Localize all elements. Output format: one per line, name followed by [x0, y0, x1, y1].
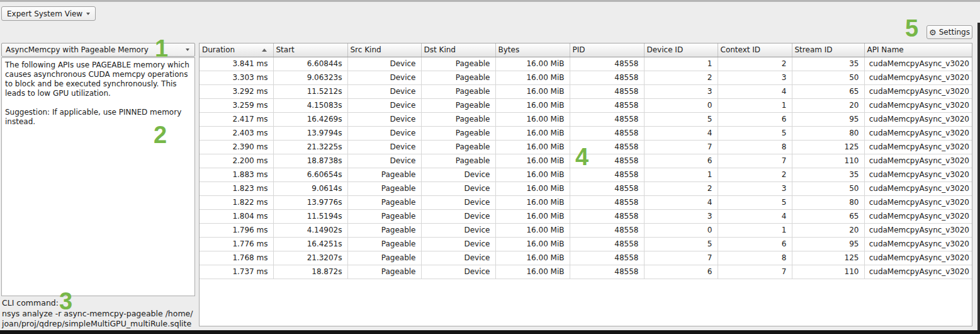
table-cell[interactable]: 6.60654s: [273, 168, 347, 181]
table-cell[interactable]: 2: [718, 168, 792, 181]
table-cell[interactable]: 16.00 MiB: [495, 126, 570, 140]
table-cell[interactable]: 16.00 MiB: [495, 154, 570, 168]
table-cell[interactable]: 48558: [570, 251, 644, 265]
table-cell[interactable]: 35: [792, 57, 864, 71]
column-header-dst-kind[interactable]: Dst Kind: [421, 43, 495, 57]
table-cell[interactable]: 2: [644, 71, 718, 84]
table-cell[interactable]: 9.06323s: [273, 71, 347, 84]
table-cell[interactable]: 8: [718, 251, 792, 265]
table-cell[interactable]: Device: [347, 84, 421, 98]
table-cell[interactable]: 16.00 MiB: [495, 237, 570, 251]
table-cell[interactable]: 2: [644, 181, 718, 195]
table-cell[interactable]: 1: [644, 57, 718, 71]
table-row[interactable]: 1.796 ms4.14902sPageableDevice16.00 MiB4…: [200, 223, 972, 237]
table-cell[interactable]: 4.14902s: [273, 223, 347, 237]
table-cell[interactable]: 13.9776s: [273, 195, 347, 209]
table-cell[interactable]: 11.5212s: [273, 84, 347, 98]
settings-button[interactable]: ⚙ Settings: [926, 25, 972, 39]
table-cell[interactable]: 6: [644, 154, 718, 168]
table-cell[interactable]: 2.417 ms: [200, 112, 273, 126]
table-cell[interactable]: 1.822 ms: [200, 195, 273, 209]
table-cell[interactable]: 6.60844s: [273, 57, 347, 71]
table-cell[interactable]: 3.292 ms: [200, 84, 273, 98]
table-cell[interactable]: 11.5194s: [273, 209, 347, 223]
table-cell[interactable]: 2.200 ms: [200, 154, 273, 168]
table-cell[interactable]: 1.776 ms: [200, 237, 273, 251]
table-cell[interactable]: 5: [718, 126, 792, 140]
table-cell[interactable]: cudaMemcpyAsync_v3020: [864, 112, 972, 126]
table-row[interactable]: 2.417 ms16.4269sDevicePageable16.00 MiB4…: [200, 112, 972, 126]
table-cell[interactable]: Pageable: [347, 251, 421, 265]
table-cell[interactable]: 4: [644, 195, 718, 209]
table-cell[interactable]: 16.00 MiB: [495, 112, 570, 126]
table-cell[interactable]: 16.00 MiB: [495, 265, 570, 279]
table-cell[interactable]: 95: [792, 112, 864, 126]
table-cell[interactable]: cudaMemcpyAsync_v3020: [864, 98, 972, 112]
table-cell[interactable]: 2.403 ms: [200, 126, 273, 140]
table-cell[interactable]: 3: [718, 181, 792, 195]
table-cell[interactable]: Device: [421, 195, 495, 209]
table-cell[interactable]: cudaMemcpyAsync_v3020: [864, 251, 972, 265]
table-cell[interactable]: 80: [792, 126, 864, 140]
table-cell[interactable]: 110: [792, 154, 864, 168]
column-header-start[interactable]: Start: [273, 43, 347, 57]
table-cell[interactable]: Device: [421, 265, 495, 279]
table-cell[interactable]: Pageable: [347, 181, 421, 195]
table-cell[interactable]: Pageable: [347, 209, 421, 223]
table-cell[interactable]: cudaMemcpyAsync_v3020: [864, 181, 972, 195]
table-cell[interactable]: 6: [718, 112, 792, 126]
table-cell[interactable]: Pageable: [421, 98, 495, 112]
table-row[interactable]: 1.804 ms11.5194sPageableDevice16.00 MiB4…: [200, 209, 972, 223]
table-cell[interactable]: 1.796 ms: [200, 223, 273, 237]
table-cell[interactable]: 48558: [570, 209, 644, 223]
table-cell[interactable]: 1.883 ms: [200, 168, 273, 181]
table-cell[interactable]: 48558: [570, 195, 644, 209]
table-cell[interactable]: Pageable: [421, 140, 495, 154]
table-cell[interactable]: 48558: [570, 126, 644, 140]
table-cell[interactable]: 16.00 MiB: [495, 84, 570, 98]
table-row[interactable]: 1.823 ms9.0614sPageableDevice16.00 MiB48…: [200, 181, 972, 195]
table-cell[interactable]: 48558: [570, 98, 644, 112]
table-cell[interactable]: 16.00 MiB: [495, 223, 570, 237]
table-cell[interactable]: Pageable: [421, 112, 495, 126]
table-cell[interactable]: cudaMemcpyAsync_v3020: [864, 154, 972, 168]
table-cell[interactable]: Device: [421, 237, 495, 251]
table-cell[interactable]: cudaMemcpyAsync_v3020: [864, 168, 972, 181]
table-cell[interactable]: 125: [792, 140, 864, 154]
table-row[interactable]: 3.259 ms4.15083sDevicePageable16.00 MiB4…: [200, 98, 972, 112]
table-cell[interactable]: cudaMemcpyAsync_v3020: [864, 223, 972, 237]
table-cell[interactable]: 20: [792, 223, 864, 237]
table-cell[interactable]: cudaMemcpyAsync_v3020: [864, 140, 972, 154]
table-cell[interactable]: 35: [792, 168, 864, 181]
table-cell[interactable]: Device: [421, 168, 495, 181]
table-cell[interactable]: 1: [718, 98, 792, 112]
table-row[interactable]: 3.841 ms6.60844sDevicePageable16.00 MiB4…: [200, 57, 972, 71]
table-cell[interactable]: 9.0614s: [273, 181, 347, 195]
table-cell[interactable]: Pageable: [347, 265, 421, 279]
table-cell[interactable]: 16.00 MiB: [495, 140, 570, 154]
table-cell[interactable]: cudaMemcpyAsync_v3020: [864, 71, 972, 84]
table-cell[interactable]: 48558: [570, 112, 644, 126]
table-cell[interactable]: 7: [718, 265, 792, 279]
column-header-device-id[interactable]: Device ID: [644, 43, 718, 57]
table-row[interactable]: 1.822 ms13.9776sPageableDevice16.00 MiB4…: [200, 195, 972, 209]
table-cell[interactable]: 16.00 MiB: [495, 251, 570, 265]
table-cell[interactable]: cudaMemcpyAsync_v3020: [864, 126, 972, 140]
table-cell[interactable]: 1: [644, 168, 718, 181]
table-cell[interactable]: 3.841 ms: [200, 57, 273, 71]
table-cell[interactable]: 50: [792, 181, 864, 195]
table-cell[interactable]: 3.259 ms: [200, 98, 273, 112]
table-cell[interactable]: cudaMemcpyAsync_v3020: [864, 57, 972, 71]
table-cell[interactable]: 16.00 MiB: [495, 181, 570, 195]
table-cell[interactable]: 4: [718, 209, 792, 223]
table-cell[interactable]: 0: [644, 98, 718, 112]
table-cell[interactable]: 20: [792, 98, 864, 112]
table-cell[interactable]: 6: [644, 265, 718, 279]
column-header-context-id[interactable]: Context ID: [718, 43, 792, 57]
table-cell[interactable]: 16.4251s: [273, 237, 347, 251]
column-header-bytes[interactable]: Bytes: [495, 43, 570, 57]
table-cell[interactable]: Pageable: [347, 168, 421, 181]
table-row[interactable]: 1.737 ms18.872sPageableDevice16.00 MiB48…: [200, 265, 972, 279]
table-cell[interactable]: Device: [347, 140, 421, 154]
column-header-pid[interactable]: PID: [570, 43, 644, 57]
